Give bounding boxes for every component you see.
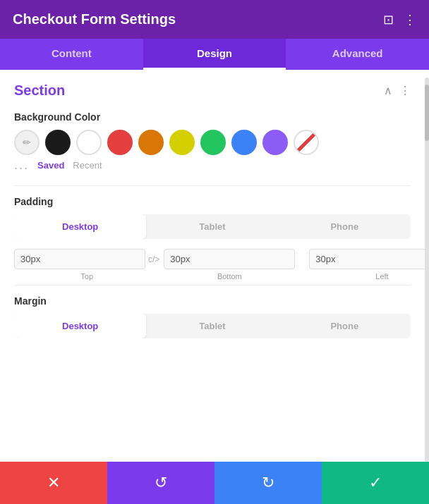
color-swatch-red[interactable] xyxy=(107,130,133,155)
margin-tab-tablet[interactable]: Tablet xyxy=(146,314,278,338)
confirm-icon: ✓ xyxy=(369,474,382,492)
color-swatches-row: ✏ xyxy=(14,130,411,155)
color-swatch-green[interactable] xyxy=(200,130,226,155)
color-swatch-blue[interactable] xyxy=(231,130,257,155)
color-swatch-white[interactable] xyxy=(76,130,102,155)
menu-icon[interactable]: ⋮ xyxy=(404,12,416,27)
divider-2 xyxy=(14,285,411,285)
header-icons: ⊡ ⋮ xyxy=(383,12,416,27)
padding-device-tabs: Desktop Tablet Phone xyxy=(14,214,411,239)
scrollbar-thumb[interactable] xyxy=(425,85,429,141)
padding-tab-phone[interactable]: Phone xyxy=(279,214,411,239)
divider-1 xyxy=(14,185,411,186)
content-area: Section ∧ ⋮ Background Color ✏ ... Saved xyxy=(0,70,429,462)
tab-advanced[interactable]: Advanced xyxy=(286,39,429,70)
header: Checkout Form Settings ⊡ ⋮ xyxy=(0,0,429,39)
padding-group-left-right: c/> Left Right xyxy=(309,249,429,281)
color-recent-button[interactable]: Recent xyxy=(73,160,102,171)
color-dots[interactable]: ... xyxy=(14,158,29,173)
padding-left-label: Left xyxy=(375,272,388,281)
padding-tab-desktop[interactable]: Desktop xyxy=(14,214,146,239)
color-swatch-black[interactable] xyxy=(45,130,71,155)
margin-device-tabs: Desktop Tablet Phone xyxy=(14,314,411,338)
redo-icon: ↻ xyxy=(262,474,274,492)
color-saved-button[interactable]: Saved xyxy=(37,160,64,171)
color-footer: ... Saved Recent xyxy=(14,158,411,173)
tabs: Content Design Advanced xyxy=(0,39,429,70)
padding-bottom-label: Bottom xyxy=(217,272,242,281)
color-swatch-orange[interactable] xyxy=(138,130,164,155)
bottom-bar: ✕ ↺ ↻ ✓ xyxy=(0,462,429,504)
cancel-button[interactable]: ✕ xyxy=(0,462,107,504)
padding-left-input[interactable] xyxy=(309,249,429,269)
undo-icon: ↺ xyxy=(155,474,167,492)
header-title: Checkout Form Settings xyxy=(13,11,176,27)
padding-label: Padding xyxy=(14,196,411,207)
scrollbar[interactable] xyxy=(425,78,429,462)
section-header-icons: ∧ ⋮ xyxy=(384,84,411,97)
padding-group-top-bottom: c/> Top Bottom xyxy=(14,249,295,281)
confirm-button[interactable]: ✓ xyxy=(322,462,429,504)
padding-left-wrap: c/> Left xyxy=(309,249,429,281)
padding-bottom-input[interactable] xyxy=(164,249,295,269)
tab-content[interactable]: Content xyxy=(0,39,143,70)
redo-button[interactable]: ↻ xyxy=(214,462,322,504)
background-color-label: Background Color xyxy=(14,111,411,123)
color-swatch-purple[interactable] xyxy=(262,130,288,155)
color-swatch-none[interactable] xyxy=(294,130,319,155)
eyedropper-swatch[interactable]: ✏ xyxy=(14,130,40,155)
padding-tab-tablet[interactable]: Tablet xyxy=(146,214,278,239)
padding-top-input[interactable] xyxy=(14,249,145,269)
section-title: Section xyxy=(14,82,65,99)
tab-design[interactable]: Design xyxy=(143,39,286,70)
undo-button[interactable]: ↺ xyxy=(107,462,214,504)
cancel-icon: ✕ xyxy=(47,474,60,492)
padding-top-label: Top xyxy=(80,272,93,281)
panel: Checkout Form Settings ⊡ ⋮ Content Desig… xyxy=(0,0,429,504)
section-header: Section ∧ ⋮ xyxy=(14,82,411,99)
section-menu-icon[interactable]: ⋮ xyxy=(399,84,411,97)
margin-tab-desktop[interactable]: Desktop xyxy=(14,314,146,338)
padding-inputs: c/> Top Bottom c/> L xyxy=(14,249,411,281)
padding-top-link-icon[interactable]: c/> xyxy=(148,254,159,264)
margin-tab-phone[interactable]: Phone xyxy=(279,314,411,338)
collapse-icon[interactable]: ∧ xyxy=(384,84,392,97)
eyedropper-icon: ✏ xyxy=(23,137,31,148)
color-swatch-yellow[interactable] xyxy=(169,130,195,155)
padding-bottom-wrap: Bottom xyxy=(164,249,295,281)
window-icon[interactable]: ⊡ xyxy=(383,12,394,27)
padding-top-wrap: c/> Top xyxy=(14,249,159,281)
margin-label: Margin xyxy=(14,295,411,307)
